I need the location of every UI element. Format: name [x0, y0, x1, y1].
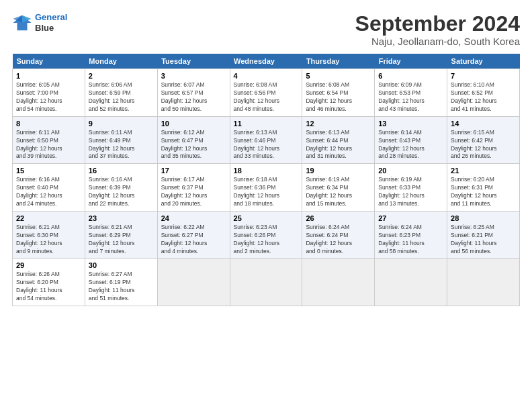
table-row: 18Sunrise: 6:18 AM Sunset: 6:36 PM Dayli…: [230, 164, 302, 212]
day-detail: Sunrise: 6:19 AM Sunset: 6:33 PM Dayligh…: [378, 176, 443, 208]
day-number: 6: [378, 72, 443, 80]
day-number: 3: [161, 72, 226, 80]
table-row: 10Sunrise: 6:12 AM Sunset: 6:47 PM Dayli…: [157, 116, 230, 164]
subtitle: Naju, Jeollanam-do, South Korea: [355, 36, 520, 47]
day-number: 25: [234, 214, 299, 222]
logo: General Blue: [12, 12, 67, 33]
day-detail: Sunrise: 6:24 AM Sunset: 6:24 PM Dayligh…: [306, 224, 371, 256]
day-number: 16: [89, 167, 154, 175]
day-number: 26: [306, 214, 371, 222]
table-row: 16Sunrise: 6:16 AM Sunset: 6:39 PM Dayli…: [85, 164, 157, 212]
table-row: 20Sunrise: 6:19 AM Sunset: 6:33 PM Dayli…: [375, 164, 447, 212]
day-number: 8: [16, 120, 81, 128]
day-detail: Sunrise: 6:25 AM Sunset: 6:21 PM Dayligh…: [451, 224, 516, 256]
table-row: [230, 259, 302, 306]
table-row: 1Sunrise: 6:05 AM Sunset: 7:00 PM Daylig…: [13, 69, 85, 117]
table-row: 4Sunrise: 6:08 AM Sunset: 6:56 PM Daylig…: [230, 69, 302, 117]
day-detail: Sunrise: 6:21 AM Sunset: 6:30 PM Dayligh…: [16, 224, 81, 256]
day-number: 13: [378, 120, 443, 128]
day-number: 22: [16, 214, 81, 222]
table-row: [375, 259, 447, 306]
table-row: 5Sunrise: 6:08 AM Sunset: 6:54 PM Daylig…: [302, 69, 375, 117]
table-row: 28Sunrise: 6:25 AM Sunset: 6:21 PM Dayli…: [447, 211, 520, 259]
table-row: 23Sunrise: 6:21 AM Sunset: 6:29 PM Dayli…: [85, 211, 157, 259]
day-detail: Sunrise: 6:13 AM Sunset: 6:46 PM Dayligh…: [234, 129, 299, 161]
table-row: 8Sunrise: 6:11 AM Sunset: 6:50 PM Daylig…: [13, 116, 85, 164]
table-row: 13Sunrise: 6:14 AM Sunset: 6:43 PM Dayli…: [375, 116, 447, 164]
table-row: [157, 259, 230, 306]
day-number: 17: [161, 167, 226, 175]
day-detail: Sunrise: 6:23 AM Sunset: 6:26 PM Dayligh…: [234, 224, 299, 256]
day-detail: Sunrise: 6:12 AM Sunset: 6:47 PM Dayligh…: [161, 129, 226, 161]
day-number: 15: [16, 167, 81, 175]
table-row: [302, 259, 375, 306]
table-row: 17Sunrise: 6:17 AM Sunset: 6:37 PM Dayli…: [157, 164, 230, 212]
day-number: 10: [161, 120, 226, 128]
col-sunday: Sunday: [13, 54, 85, 69]
day-number: 9: [89, 120, 154, 128]
table-row: 19Sunrise: 6:19 AM Sunset: 6:34 PM Dayli…: [302, 164, 375, 212]
day-number: 23: [89, 214, 154, 222]
table-row: 30Sunrise: 6:27 AM Sunset: 6:19 PM Dayli…: [85, 259, 157, 306]
day-number: 19: [306, 167, 371, 175]
day-detail: Sunrise: 6:16 AM Sunset: 6:40 PM Dayligh…: [16, 176, 81, 208]
day-detail: Sunrise: 6:27 AM Sunset: 6:19 PM Dayligh…: [89, 271, 154, 303]
table-row: 26Sunrise: 6:24 AM Sunset: 6:24 PM Dayli…: [302, 211, 375, 259]
day-detail: Sunrise: 6:16 AM Sunset: 6:39 PM Dayligh…: [89, 176, 154, 208]
table-row: 6Sunrise: 6:09 AM Sunset: 6:53 PM Daylig…: [375, 69, 447, 117]
table-row: 11Sunrise: 6:13 AM Sunset: 6:46 PM Dayli…: [230, 116, 302, 164]
col-tuesday: Tuesday: [157, 54, 230, 69]
day-number: 24: [161, 214, 226, 222]
col-saturday: Saturday: [447, 54, 520, 69]
day-detail: Sunrise: 6:19 AM Sunset: 6:34 PM Dayligh…: [306, 176, 371, 208]
day-detail: Sunrise: 6:06 AM Sunset: 6:59 PM Dayligh…: [89, 81, 154, 113]
col-monday: Monday: [85, 54, 157, 69]
table-row: 25Sunrise: 6:23 AM Sunset: 6:26 PM Dayli…: [230, 211, 302, 259]
page: General Blue September 2024 Naju, Jeolla…: [0, 0, 532, 411]
day-number: 4: [234, 72, 299, 80]
table-row: 3Sunrise: 6:07 AM Sunset: 6:57 PM Daylig…: [157, 69, 230, 117]
logo-bird-icon: [12, 13, 32, 33]
day-detail: Sunrise: 6:11 AM Sunset: 6:49 PM Dayligh…: [89, 129, 154, 161]
table-row: 2Sunrise: 6:06 AM Sunset: 6:59 PM Daylig…: [85, 69, 157, 117]
day-detail: Sunrise: 6:20 AM Sunset: 6:31 PM Dayligh…: [451, 176, 516, 208]
logo-text: General Blue: [35, 12, 67, 33]
table-row: 27Sunrise: 6:24 AM Sunset: 6:23 PM Dayli…: [375, 211, 447, 259]
day-number: 2: [89, 72, 154, 80]
table-row: 7Sunrise: 6:10 AM Sunset: 6:52 PM Daylig…: [447, 69, 520, 117]
table-row: 12Sunrise: 6:13 AM Sunset: 6:44 PM Dayli…: [302, 116, 375, 164]
day-detail: Sunrise: 6:11 AM Sunset: 6:50 PM Dayligh…: [16, 129, 81, 161]
day-number: 20: [378, 167, 443, 175]
header: General Blue September 2024 Naju, Jeolla…: [12, 12, 520, 47]
day-number: 30: [89, 261, 154, 269]
day-number: 29: [16, 261, 81, 269]
day-detail: Sunrise: 6:17 AM Sunset: 6:37 PM Dayligh…: [161, 176, 226, 208]
day-number: 1: [16, 72, 81, 80]
day-detail: Sunrise: 6:24 AM Sunset: 6:23 PM Dayligh…: [378, 224, 443, 256]
table-row: 29Sunrise: 6:26 AM Sunset: 6:20 PM Dayli…: [13, 259, 85, 306]
day-detail: Sunrise: 6:08 AM Sunset: 6:56 PM Dayligh…: [234, 81, 299, 113]
day-detail: Sunrise: 6:13 AM Sunset: 6:44 PM Dayligh…: [306, 129, 371, 161]
day-detail: Sunrise: 6:22 AM Sunset: 6:27 PM Dayligh…: [161, 224, 226, 256]
day-number: 28: [451, 214, 516, 222]
title-block: September 2024 Naju, Jeollanam-do, South…: [355, 12, 520, 47]
table-row: 15Sunrise: 6:16 AM Sunset: 6:40 PM Dayli…: [13, 164, 85, 212]
day-detail: Sunrise: 6:26 AM Sunset: 6:20 PM Dayligh…: [16, 271, 81, 303]
col-thursday: Thursday: [302, 54, 375, 69]
day-detail: Sunrise: 6:09 AM Sunset: 6:53 PM Dayligh…: [378, 81, 443, 113]
day-number: 18: [234, 167, 299, 175]
calendar-table: Sunday Monday Tuesday Wednesday Thursday…: [12, 54, 520, 306]
day-detail: Sunrise: 6:21 AM Sunset: 6:29 PM Dayligh…: [89, 224, 154, 256]
day-detail: Sunrise: 6:05 AM Sunset: 7:00 PM Dayligh…: [16, 81, 81, 113]
day-number: 27: [378, 214, 443, 222]
day-number: 14: [451, 120, 516, 128]
table-row: 9Sunrise: 6:11 AM Sunset: 6:49 PM Daylig…: [85, 116, 157, 164]
table-row: 24Sunrise: 6:22 AM Sunset: 6:27 PM Dayli…: [157, 211, 230, 259]
day-number: 12: [306, 120, 371, 128]
main-title: September 2024: [355, 12, 520, 36]
day-detail: Sunrise: 6:07 AM Sunset: 6:57 PM Dayligh…: [161, 81, 226, 113]
day-number: 7: [451, 72, 516, 80]
day-detail: Sunrise: 6:14 AM Sunset: 6:43 PM Dayligh…: [378, 129, 443, 161]
col-friday: Friday: [375, 54, 447, 69]
day-number: 5: [306, 72, 371, 80]
